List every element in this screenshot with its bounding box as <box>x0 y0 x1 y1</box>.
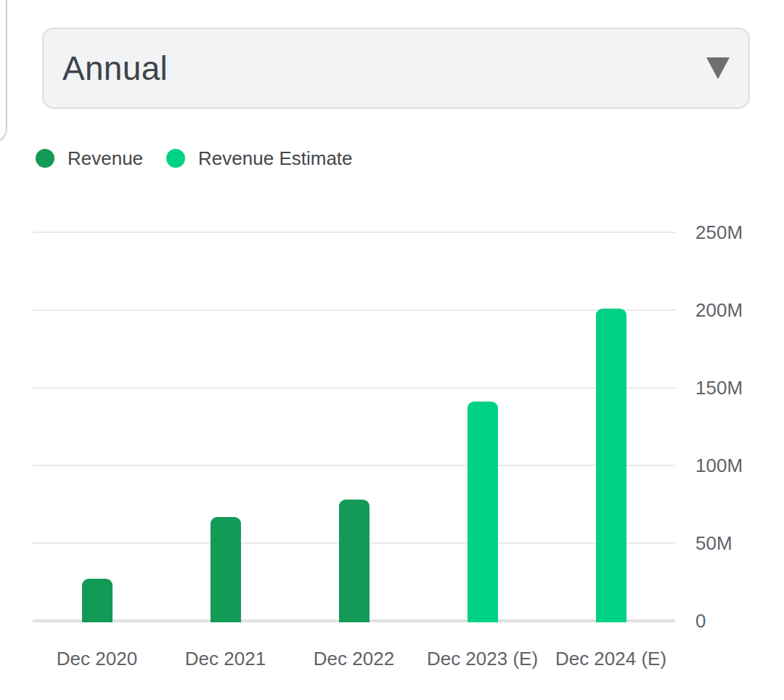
gridline <box>33 309 675 311</box>
y-tick-label: 150M <box>695 377 743 399</box>
y-tick-label: 200M <box>695 299 743 322</box>
bar-revenue-dec-2021[interactable] <box>211 517 241 622</box>
bar-revenue-dec-2022[interactable] <box>339 500 369 622</box>
gridline <box>33 465 675 466</box>
y-tick-label: 50M <box>695 532 732 555</box>
gridline <box>33 232 675 233</box>
revenue-chart: 050M100M150M200M250MDec 2020Dec 2021Dec … <box>0 0 784 700</box>
y-tick-label: 100M <box>695 455 743 477</box>
bar-revenue-dec-2020[interactable] <box>82 579 113 622</box>
bar-revenue-estimate-dec-2023-e[interactable] <box>467 402 498 622</box>
gridline <box>33 387 675 388</box>
x-axis-label: Dec 2024 (E) <box>531 648 691 670</box>
y-tick-label: 0 <box>695 610 706 632</box>
bar-revenue-estimate-dec-2024-e[interactable] <box>596 309 626 622</box>
y-tick-label: 250M <box>695 221 743 244</box>
